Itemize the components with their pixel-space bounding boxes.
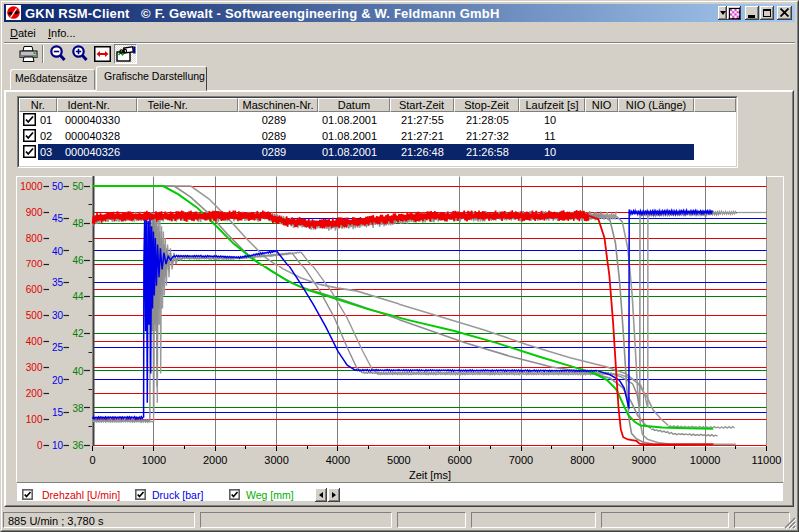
svg-text:35: 35 [52,277,64,288]
svg-text:700: 700 [26,259,43,269]
svg-text:7000: 7000 [509,454,533,466]
svg-text:36: 36 [72,440,84,451]
svg-text:10: 10 [52,440,64,451]
svg-text:40: 40 [52,246,64,257]
svg-text:6000: 6000 [447,454,471,466]
svg-text:10000: 10000 [690,454,721,466]
svg-text:0: 0 [89,454,95,466]
svg-text:300: 300 [26,362,43,373]
svg-text:3000: 3000 [264,454,288,466]
svg-text:800: 800 [26,233,43,244]
svg-text:50: 50 [52,181,64,192]
svg-text:5000: 5000 [387,454,410,466]
svg-text:15: 15 [52,407,64,418]
svg-text:50: 50 [72,181,84,192]
svg-text:1000: 1000 [20,181,43,192]
svg-text:1000: 1000 [142,454,166,466]
svg-text:Zeit [ms]: Zeit [ms] [409,469,451,481]
svg-text:42: 42 [72,328,84,339]
svg-text:2000: 2000 [203,454,227,466]
svg-text:40: 40 [72,366,84,377]
svg-text:4000: 4000 [326,454,350,466]
svg-text:11000: 11000 [752,454,782,466]
svg-text:20: 20 [52,375,64,386]
svg-text:0: 0 [37,440,43,451]
svg-text:600: 600 [26,284,43,295]
svg-text:9000: 9000 [632,454,656,466]
svg-text:200: 200 [26,388,43,399]
svg-text:30: 30 [52,310,64,321]
svg-text:900: 900 [26,207,43,218]
svg-text:25: 25 [52,342,64,353]
svg-text:45: 45 [52,213,64,224]
svg-text:400: 400 [26,336,43,347]
svg-text:44: 44 [72,291,84,302]
svg-text:100: 100 [26,414,43,425]
svg-text:500: 500 [26,310,43,321]
svg-text:46: 46 [72,255,84,266]
svg-text:48: 48 [72,218,84,229]
svg-text:8000: 8000 [570,454,594,466]
svg-text:38: 38 [72,403,84,414]
